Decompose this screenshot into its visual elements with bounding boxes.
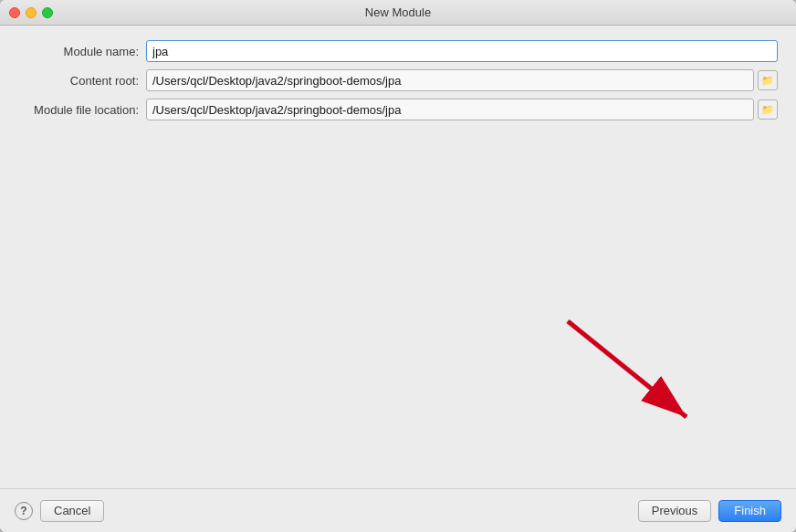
close-button[interactable] — [9, 7, 20, 18]
arrow-annotation — [559, 312, 705, 433]
content-root-row: Content root: 📁 — [18, 69, 778, 91]
module-file-location-input[interactable] — [146, 99, 754, 120]
module-name-input[interactable] — [146, 40, 778, 62]
content-root-label: Content root: — [18, 74, 146, 88]
previous-button[interactable]: Previous — [638, 500, 712, 522]
title-bar: New Module — [0, 0, 796, 26]
help-label: ? — [20, 505, 26, 517]
svg-line-1 — [568, 321, 686, 417]
finish-button[interactable]: Finish — [718, 500, 781, 522]
module-name-row: Module name: — [18, 40, 778, 62]
form-section: Module name: Content root: 📁 Module file… — [18, 40, 778, 120]
cancel-button[interactable]: Cancel — [40, 500, 104, 522]
folder-icon: 📁 — [761, 75, 774, 87]
footer: ? Cancel Previous Finish — [0, 488, 796, 532]
module-name-input-wrap — [146, 40, 778, 62]
help-button[interactable]: ? — [15, 502, 33, 520]
content-root-folder-button[interactable]: 📁 — [758, 70, 778, 90]
maximize-button[interactable] — [42, 7, 53, 18]
minimize-button[interactable] — [26, 7, 37, 18]
content-root-input-wrap: 📁 — [146, 69, 778, 91]
footer-left: ? Cancel — [15, 500, 104, 522]
module-file-location-input-wrap: 📁 — [146, 99, 778, 120]
module-file-location-row: Module file location: 📁 — [18, 99, 778, 120]
module-file-location-folder-button[interactable]: 📁 — [758, 99, 778, 120]
footer-right: Previous Finish — [638, 500, 781, 522]
arrow-svg — [559, 312, 705, 431]
folder-icon-2: 📁 — [761, 104, 774, 116]
window-title: New Module — [365, 5, 431, 19]
traffic-lights — [9, 7, 53, 18]
module-file-location-label: Module file location: — [18, 103, 146, 117]
module-name-label: Module name: — [18, 45, 146, 58]
window: New Module Module name: Content root: 📁 — [0, 0, 796, 532]
main-content: Module name: Content root: 📁 Module file… — [0, 26, 796, 488]
content-root-input[interactable] — [146, 69, 754, 91]
